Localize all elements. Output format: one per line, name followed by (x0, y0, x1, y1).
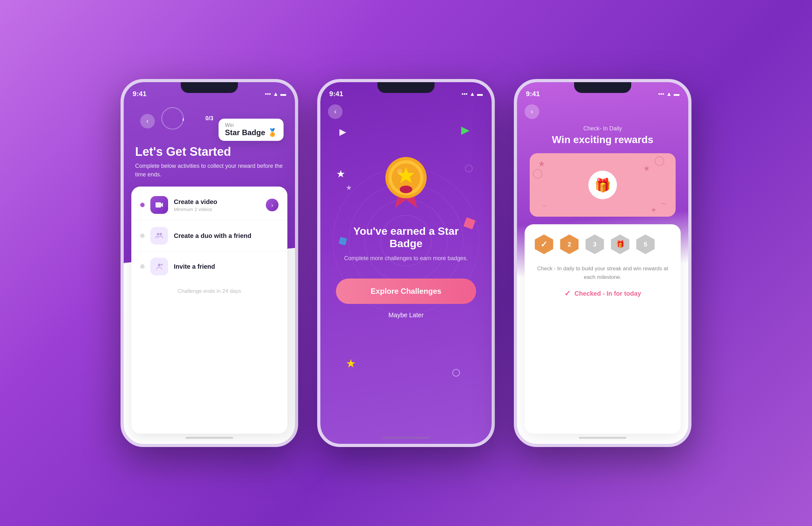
deco-circle-tl (533, 169, 542, 179)
earned-desc: Complete more challenges to earn more ba… (339, 254, 473, 263)
back-button-3[interactable]: ‹ (525, 104, 539, 119)
status-icons-2: ▪▪▪ ▲ ▬ (462, 91, 483, 97)
home-indicator-3 (579, 437, 626, 439)
milestone-1: ✓ (534, 234, 554, 255)
task-item-1[interactable]: Create a video Minimum 2 videos › (131, 190, 287, 220)
milestone-4: 🎁 (610, 234, 630, 255)
task-1-arrow[interactable]: › (266, 199, 278, 211)
svg-point-4 (160, 233, 162, 236)
svg-point-3 (157, 233, 160, 236)
wifi-icon-3: ▲ (666, 91, 672, 97)
deco-tri-green: ▶ (461, 124, 469, 136)
phone-notch-2 (377, 82, 435, 93)
deco-circle-r (655, 156, 664, 166)
task-3-title: Invite a friend (174, 263, 278, 270)
battery-icon: ▬ (280, 91, 286, 97)
task-icon-duo (150, 227, 168, 245)
reward-gift-circle: 🎁 (589, 171, 617, 199)
phone3-header: Check- In Daily Win exciting rewards (517, 119, 688, 146)
svg-point-15 (400, 186, 412, 193)
reward-image-card: ★ ★ ~ ~ ★ 🎁 (530, 153, 676, 217)
deco-star-3: ★ (651, 206, 656, 214)
milestone-5: 5 (635, 234, 656, 255)
svg-rect-2 (156, 202, 161, 208)
deco-swirl-2: ~ (661, 199, 666, 209)
time-2: 9:41 (329, 90, 343, 98)
badge-card: Win Star Badge 🏅 (219, 119, 284, 141)
checked-in-label: Checked - In for today (575, 290, 641, 297)
phone-2: 9:41 ▪▪▪ ▲ ▬ ‹ ▶ ▶ ★ ★ ★ (317, 79, 495, 447)
earned-title: You've earned a Star Badge (339, 225, 473, 250)
task-2-title: Create a duo with a friend (174, 232, 278, 240)
phone3-subtitle: Check- In Daily (528, 125, 677, 132)
back-button-2[interactable]: ‹ (328, 104, 343, 119)
task-1-sub: Minimum 2 videos (174, 207, 260, 212)
time-3: 9:41 (526, 90, 540, 98)
milestone-3: 3 (584, 234, 605, 255)
task-item-3[interactable]: Invite a friend (131, 251, 287, 282)
svg-point-0 (162, 108, 183, 129)
deco-star-yellow: ★ (346, 357, 356, 370)
explore-challenges-button[interactable]: Explore Challenges (336, 279, 476, 304)
medal-container (379, 147, 433, 212)
phone1-desc: Complete below activities to collect you… (135, 162, 284, 179)
time-1: 9:41 (133, 90, 147, 98)
win-label: Win (225, 123, 234, 128)
challenge-ends: Challenge ends in 24 days (131, 282, 287, 301)
progress-label: 0/3 (205, 115, 213, 122)
task-3-info: Invite a friend (174, 263, 278, 270)
home-indicator-1 (186, 437, 233, 439)
deco-star-white-2: ★ (346, 184, 352, 192)
task-item-2[interactable]: Create a duo with a friend (131, 220, 287, 251)
progress-circle: 0/3 (160, 106, 185, 131)
milestone-2: 2 (559, 234, 580, 255)
deco-star-white-1: ★ (336, 168, 345, 180)
svg-point-5 (158, 264, 160, 266)
milestones: ✓ 2 3 (534, 234, 672, 255)
phone1-title: Let's Get Started (135, 145, 284, 159)
signal-icon-2: ▪▪▪ (462, 91, 467, 97)
medal-emoji: 🏅 (268, 128, 277, 137)
deco-star-1: ★ (538, 159, 545, 169)
task-1-info: Create a video Minimum 2 videos (174, 198, 260, 212)
back-button-1[interactable]: ‹ (140, 114, 155, 128)
svg-point-14 (397, 169, 402, 174)
deco-circle-1 (465, 165, 473, 172)
phone-1: 9:41 ▪▪▪ ▲ ▬ ‹ 0/3 Win Star Bad (120, 79, 298, 447)
earned-text: You've earned a Star Badge Complete more… (320, 225, 492, 263)
signal-icon: ▪▪▪ (265, 91, 271, 97)
status-icons-3: ▪▪▪ ▲ ▬ (658, 91, 679, 97)
task-dot-2 (140, 233, 145, 238)
task-dot-3 (140, 264, 145, 269)
wifi-icon: ▲ (273, 91, 278, 97)
checked-in: ✓ Checked - In for today (534, 289, 672, 298)
white-card: ✓ 2 3 (525, 224, 681, 434)
task-dot-1 (140, 203, 145, 207)
phone-notch-3 (574, 82, 631, 93)
task-icon-invite (150, 258, 168, 275)
battery-icon-3: ▬ (674, 91, 679, 97)
wifi-icon-2: ▲ (469, 91, 475, 97)
tasks-card: Create a video Minimum 2 videos › (131, 187, 287, 434)
badge-title: Star Badge 🏅 (225, 128, 277, 137)
phone3-title: Win exciting rewards (528, 134, 677, 146)
deco-circle-2 (452, 369, 460, 376)
phone-notch-1 (181, 82, 238, 93)
deco-swirl-1: ~ (542, 202, 547, 210)
phone1-header: Let's Get Started Complete below activit… (124, 136, 295, 187)
deco-tri-orange: ▶ (339, 127, 346, 137)
maybe-later-button[interactable]: Maybe Later (388, 312, 423, 319)
task-2-info: Create a duo with a friend (174, 232, 278, 240)
medal-svg (379, 147, 433, 211)
streak-text: Check - In daily to build your streak an… (534, 264, 672, 281)
phone-3: 9:41 ▪▪▪ ▲ ▬ ‹ Check- In Daily Win excit… (514, 79, 692, 447)
deco-star-2: ★ (643, 164, 650, 173)
signal-icon-3: ▪▪▪ (658, 91, 664, 97)
task-1-title: Create a video (174, 198, 260, 205)
battery-icon-2: ▬ (477, 91, 483, 97)
status-icons-1: ▪▪▪ ▲ ▬ (265, 91, 286, 97)
check-mark-icon: ✓ (564, 289, 571, 298)
home-indicator-2 (382, 437, 430, 439)
task-icon-video (150, 196, 168, 214)
